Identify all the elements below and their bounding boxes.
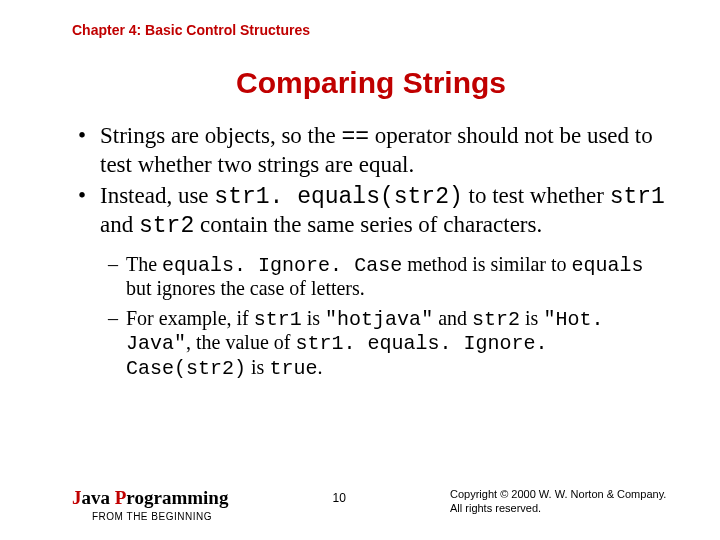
code: == <box>341 124 369 150</box>
text: Strings are objects, so the <box>100 123 341 148</box>
text: and <box>100 212 139 237</box>
code: str1. equals(str2) <box>214 184 462 210</box>
brand-text: rogramming <box>126 487 228 508</box>
code: equals. Ignore. Case <box>162 254 402 277</box>
slide-title: Comparing Strings <box>72 66 670 100</box>
text: is <box>246 356 269 378</box>
text: method is similar to <box>402 253 571 275</box>
text: The <box>126 253 162 275</box>
sub-bullets: The equals. Ignore. Case method is simil… <box>108 253 670 381</box>
sub-bullet-1: The equals. Ignore. Case method is simil… <box>108 253 670 301</box>
chapter-label: Chapter 4: Basic Control Structures <box>72 22 670 38</box>
code: str2 <box>139 213 194 239</box>
text: and <box>433 307 472 329</box>
text: Instead, use <box>100 183 214 208</box>
code: str1 <box>254 308 302 331</box>
bullet-1: Strings are objects, so the == operator … <box>78 122 670 178</box>
main-bullets: Strings are objects, so the == operator … <box>78 122 670 241</box>
code: str2 <box>472 308 520 331</box>
brand-letter: P <box>115 487 127 508</box>
brand: Java Programming FROM THE BEGINNING <box>72 487 228 522</box>
copyright: Copyright © 2000 W. W. Norton & Company.… <box>450 487 680 516</box>
text: but ignores the case of letters. <box>126 277 365 299</box>
text: contain the same series of characters. <box>194 212 542 237</box>
brand-main: Java Programming <box>72 487 228 509</box>
code: str1 <box>610 184 665 210</box>
code: equals <box>572 254 644 277</box>
footer: Java Programming FROM THE BEGINNING 10 C… <box>72 487 680 522</box>
brand-text: ava <box>82 487 115 508</box>
text: , the value of <box>186 331 295 353</box>
text: to test whether <box>463 183 610 208</box>
brand-subtitle: FROM THE BEGINNING <box>92 511 228 522</box>
brand-letter: J <box>72 487 82 508</box>
bullet-2: Instead, use str1. equals(str2) to test … <box>78 182 670 240</box>
page-number: 10 <box>333 491 346 505</box>
copyright-line-2: All rights reserved. <box>450 501 680 515</box>
code: true <box>269 357 317 380</box>
text: is <box>520 307 543 329</box>
text: is <box>302 307 325 329</box>
copyright-line-1: Copyright © 2000 W. W. Norton & Company. <box>450 487 680 501</box>
text: . <box>317 356 322 378</box>
sub-bullet-2: For example, if str1 is "hotjava" and st… <box>108 307 670 381</box>
text: For example, if <box>126 307 254 329</box>
code: "hotjava" <box>325 308 433 331</box>
